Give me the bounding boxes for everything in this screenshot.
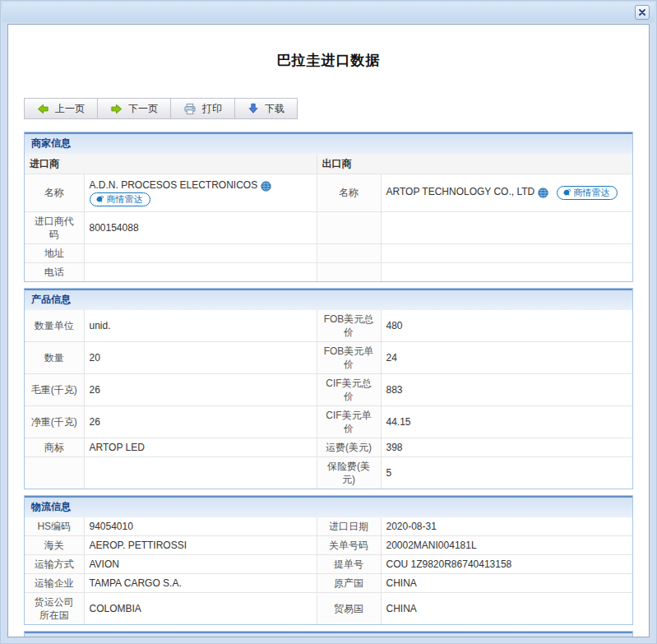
row-label: 货运公司所在国 (25, 592, 84, 624)
section-description: 描述 产品详细描述 20 UNIDADES DE LUCES DE LED DE… (24, 631, 633, 638)
exporter-name-label: 名称 (317, 174, 381, 211)
row-value: 24 (381, 341, 632, 373)
merchant-name-row: 名称 A.D.N. PROCESOS ELECTRONICOS 商情雷达 名称 … (25, 174, 632, 211)
printer-icon (183, 103, 197, 115)
row-value: TAMPA CARGO S.A. (84, 573, 317, 592)
row-value: 5 (381, 456, 632, 489)
row-label: FOB美元单价 (317, 341, 381, 373)
importer-globe-icon[interactable] (261, 181, 271, 192)
exporter-name-cell: ARTOP TECHNOLOGY CO., LTD 商情雷达 (381, 174, 632, 211)
table-row: 货运公司所在国 COLOMBIA 贸易国 CHINA (25, 592, 632, 624)
row-label: 保险费(美元) (317, 456, 381, 489)
importer-code-label: 进口商代码 (25, 211, 84, 243)
toolbar: 上一页 下一页 打印 下载 (24, 98, 298, 119)
dialog-titlebar (2, 2, 655, 22)
row-label: 净重(千克) (25, 405, 84, 438)
row-label: 运费(美元) (317, 438, 381, 456)
row-label: 商标 (25, 438, 84, 456)
exporter-name: ARTOP TECHNOLOGY CO., LTD (386, 186, 535, 197)
row-label: 贸易国 (317, 592, 381, 624)
print-label: 打印 (202, 102, 222, 116)
next-page-label: 下一页 (128, 102, 158, 116)
row-label: 数量 (25, 341, 84, 373)
importer-group-header: 进口商 (25, 154, 317, 174)
table-row: 数量单位 unid. FOB美元总价 480 (25, 310, 632, 342)
row-value: AVION (84, 554, 317, 573)
download-arrow-icon (248, 103, 259, 114)
arrow-left-icon (37, 103, 49, 115)
empty-cell (317, 211, 381, 243)
merchant-group-row: 进口商 出口商 (25, 154, 632, 174)
empty-cell (381, 211, 632, 243)
row-value: 26 (84, 373, 317, 405)
row-value: 20002MANI004181L (381, 535, 632, 554)
exporter-radar-label: 商情雷达 (574, 188, 610, 198)
download-label: 下载 (265, 102, 285, 116)
section-merchant-header: 商家信息 (25, 132, 632, 154)
row-label: 运输企业 (25, 573, 84, 592)
prev-page-button[interactable]: 上一页 (24, 98, 98, 119)
download-button[interactable]: 下载 (234, 98, 298, 119)
close-button[interactable] (635, 5, 650, 20)
next-page-button[interactable]: 下一页 (97, 98, 171, 119)
row-value: CHINA (381, 592, 632, 624)
row-label: 海关 (25, 535, 84, 554)
print-button[interactable]: 打印 (170, 98, 235, 119)
phone-value (84, 262, 317, 281)
row-value: unid. (84, 310, 317, 342)
table-row: 运输企业 TAMPA CARGO S.A. 原产国 CHINA (25, 573, 632, 592)
row-value: 883 (381, 373, 632, 405)
table-row: 毛重(千克) 26 CIF美元总价 883 (25, 373, 632, 405)
section-product-header: 产品信息 (25, 289, 632, 310)
table-row: 净重(千克) 26 CIF美元单价 44.15 (25, 405, 632, 438)
importer-name-label: 名称 (25, 174, 84, 211)
table-row: 数量 20 FOB美元单价 24 (25, 341, 632, 373)
merchant-code-row: 进口商代码 800154088 (25, 211, 632, 243)
merchant-phone-row: 电话 (25, 262, 632, 281)
exporter-radar-badge[interactable]: 商情雷达 (557, 186, 618, 200)
row-label: 原产国 (317, 573, 381, 592)
row-label: 数量单位 (25, 310, 84, 342)
table-row: 运输方式 AVION 提单号 COU 1Z9820R86740413158 (25, 554, 632, 573)
row-label: HS编码 (25, 517, 84, 536)
row-label (25, 456, 84, 489)
importer-name: A.D.N. PROCESOS ELECTRONICOS (90, 179, 258, 191)
row-value: 398 (381, 438, 632, 456)
row-value: COU 1Z9820R86740413158 (381, 554, 632, 573)
empty-cell (381, 262, 632, 281)
radar-icon (95, 195, 104, 204)
table-row: HS编码 94054010 进口日期 2020-08-31 (25, 517, 632, 536)
row-label: CIF美元单价 (317, 405, 381, 438)
row-value: ARTOP LED (84, 438, 317, 456)
row-label: FOB美元总价 (317, 310, 381, 342)
dialog-window: 巴拉圭进口数据 上一页 下一页 (0, 0, 657, 644)
row-label: 关单号码 (317, 535, 381, 554)
address-value (84, 243, 317, 262)
row-value: CHINA (381, 573, 632, 592)
row-value: COLOMBIA (84, 592, 317, 624)
table-row: 商标 ARTOP LED 运费(美元) 398 (25, 438, 632, 456)
row-label: 运输方式 (25, 554, 84, 573)
dialog-content: 巴拉圭进口数据 上一页 下一页 (7, 24, 650, 637)
importer-code-value: 800154088 (84, 211, 317, 243)
section-description-header: 描述 (25, 632, 632, 638)
logistics-table: HS编码 94054010 进口日期 2020-08-31 海关 AEROP. … (25, 517, 632, 624)
row-label: CIF美元总价 (317, 373, 381, 405)
page-title: 巴拉圭进口数据 (8, 51, 649, 70)
empty-cell (317, 262, 381, 281)
row-value: 94054010 (84, 517, 317, 536)
row-label: 毛重(千克) (25, 373, 84, 405)
exporter-globe-icon[interactable] (538, 188, 548, 198)
phone-label: 电话 (25, 262, 84, 281)
arrow-right-icon (110, 103, 123, 115)
row-label: 进口日期 (317, 517, 381, 536)
row-value: 2020-08-31 (381, 517, 632, 536)
table-row: 保险费(美元) 5 (25, 456, 632, 489)
importer-radar-label: 商情雷达 (107, 194, 143, 205)
importer-radar-badge[interactable]: 商情雷达 (90, 192, 150, 206)
close-icon (637, 7, 647, 17)
radar-icon (562, 188, 571, 197)
merchant-table: 进口商 出口商 名称 A.D.N. PROCESOS ELECTRONICOS … (25, 154, 632, 281)
merchant-address-row: 地址 (25, 243, 632, 262)
row-label: 提单号 (317, 554, 381, 573)
